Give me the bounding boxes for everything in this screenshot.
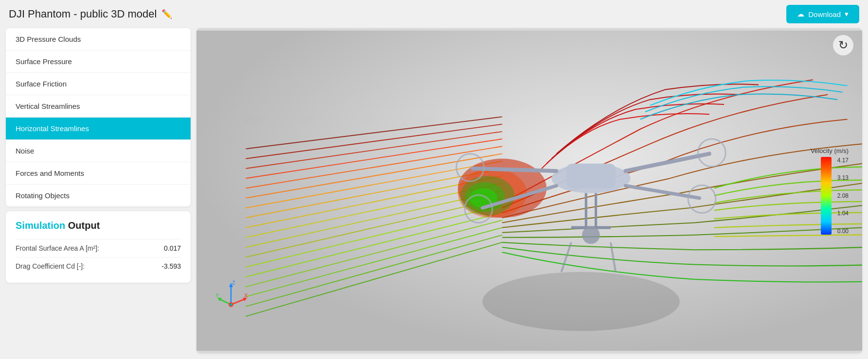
metric-row-1: Drag Coefficient Cd [-]:-3.593 [16, 257, 181, 275]
edit-icon[interactable]: ✏️ [161, 9, 172, 19]
metric-label-0: Frontal Surface Area A [m²]: [16, 244, 158, 252]
metrics-container: Frontal Surface Area A [m²]:0.017Drag Co… [16, 239, 181, 275]
simulation-output-title: Simulation Output [16, 220, 181, 231]
sidebar-item-rotating-objects[interactable]: Rotating Objects [6, 185, 191, 206]
simulation-label: Simulation [16, 220, 65, 231]
metric-row-0: Frontal Surface Area A [m²]:0.017 [16, 239, 181, 257]
colorbar-label-2: 2.08 [837, 192, 849, 199]
svg-text:Z: Z [232, 280, 235, 286]
download-cloud-icon: ☁ [797, 10, 804, 18]
colorbar-row: 4.173.132.081.040.00 [821, 157, 849, 235]
simulation-output-panel: Simulation Output Frontal Surface Area A… [6, 211, 191, 283]
rotate-icon: ↻ [838, 38, 848, 52]
colorbar: Velocity (m/s) 4.173.132.081.040.00 [811, 147, 849, 235]
metric-label-1: Drag Coefficient Cd [-]: [16, 262, 156, 270]
svg-text:Y: Y [215, 292, 219, 298]
colorbar-title: Velocity (m/s) [811, 147, 849, 154]
colorbar-label-0: 4.17 [837, 157, 849, 164]
3d-viewport[interactable]: ↻ Velocity (m/s) 4.173.132.081.040.00 Z … [196, 28, 862, 353]
svg-line-27 [473, 169, 556, 171]
colorbar-labels: 4.173.132.081.040.00 [837, 157, 849, 235]
sidebar-item-noise[interactable]: Noise [6, 140, 191, 162]
download-button[interactable]: ☁ Download ▾ [786, 5, 859, 23]
dropdown-chevron-icon: ▾ [845, 10, 849, 18]
sidebar-item-surface-friction[interactable]: Surface Friction [6, 73, 191, 95]
title-area: DJI Phantom - public 3D model ✏️ [9, 8, 172, 20]
axis-indicator: Z X Y [214, 280, 248, 314]
sidebar: 3D Pressure CloudsSurface PressureSurfac… [6, 28, 191, 353]
viewport-scene [196, 28, 862, 353]
colorbar-label-3: 1.04 [837, 210, 849, 217]
nav-panel: 3D Pressure CloudsSurface PressureSurfac… [6, 28, 191, 206]
sidebar-item-vertical-streamlines[interactable]: Vertical Streamlines [6, 95, 191, 118]
app-header: DJI Phantom - public 3D model ✏️ ☁ Downl… [0, 0, 868, 28]
svg-point-1 [482, 272, 680, 331]
svg-rect-26 [567, 164, 616, 188]
main-content: 3D Pressure CloudsSurface PressureSurfac… [0, 28, 868, 359]
rotate-view-button[interactable]: ↻ [833, 35, 853, 55]
colorbar-label-4: 0.00 [837, 228, 849, 235]
colorbar-bar [821, 157, 832, 235]
svg-point-38 [582, 226, 600, 244]
metric-value-1: -3.593 [161, 262, 181, 270]
svg-text:X: X [244, 292, 248, 298]
metric-value-0: 0.017 [164, 244, 181, 252]
sidebar-item-3d-pressure-clouds[interactable]: 3D Pressure Clouds [6, 28, 191, 51]
sidebar-item-surface-pressure[interactable]: Surface Pressure [6, 51, 191, 73]
output-label: Output [68, 220, 100, 231]
sidebar-item-horizontal-streamlines[interactable]: Horizontal Streamlines [6, 118, 191, 140]
colorbar-label-1: 3.13 [837, 174, 849, 181]
page-title: DJI Phantom - public 3D model [9, 8, 157, 20]
svg-point-52 [230, 304, 232, 306]
sidebar-item-forces-and-moments[interactable]: Forces and Moments [6, 162, 191, 185]
